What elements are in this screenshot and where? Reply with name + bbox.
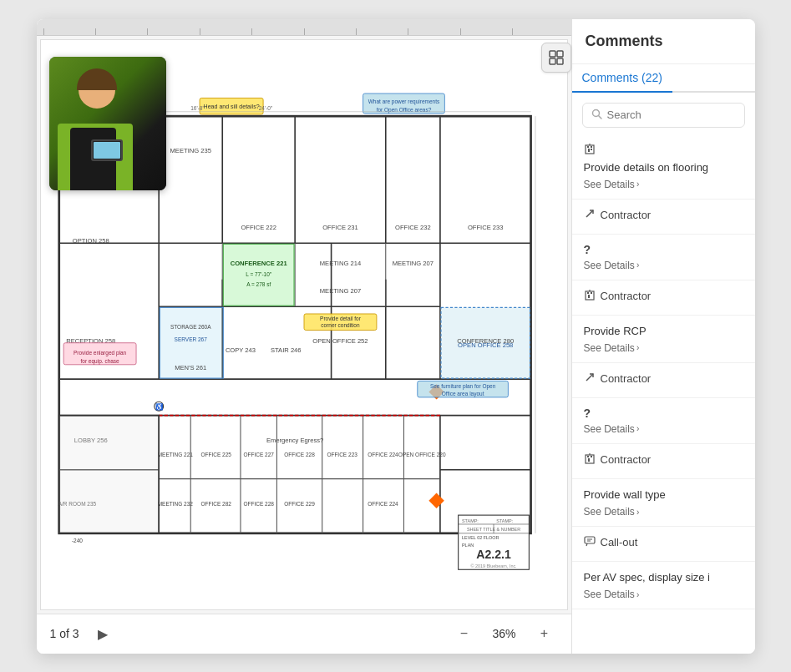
ruler-mark-2 — [95, 28, 147, 35]
svg-text:OFFICE 228: OFFICE 228 — [284, 451, 315, 457]
svg-text:♿: ♿ — [155, 402, 163, 411]
panel-title: Comments — [586, 33, 742, 50]
svg-text:24'-0": 24'-0" — [258, 104, 272, 110]
svg-text:OPEN OFFICE 252: OPEN OFFICE 252 — [312, 336, 368, 344]
svg-rect-106 — [557, 51, 563, 57]
comment-author-label: Call-out — [601, 536, 638, 548]
svg-text:See furniture plan for Open: See furniture plan for Open — [429, 383, 495, 390]
ruler-top — [37, 19, 571, 36]
panel-header: Comments — [572, 19, 755, 64]
svg-text:OFFICE 225: OFFICE 225 — [200, 451, 231, 457]
svg-text:A = 278 sf: A = 278 sf — [246, 281, 271, 287]
svg-rect-120 — [587, 292, 589, 294]
see-details-link[interactable]: See Details › — [584, 179, 743, 190]
ruler-mark-10 — [512, 28, 564, 35]
see-details-link[interactable]: See Details › — [584, 342, 743, 354]
comment-item: Per AV spec, display size i See Details … — [572, 562, 755, 609]
svg-text:LEVEL 02 FLOOR: LEVEL 02 FLOOR — [462, 535, 499, 540]
svg-text:Provide enlarged plan: Provide enlarged plan — [73, 349, 126, 356]
see-details-link[interactable]: See Details › — [584, 260, 743, 271]
svg-text:OFFICE 224: OFFICE 224 — [368, 501, 398, 507]
building-icon — [584, 289, 596, 303]
svg-text:What are power requirements: What are power requirements — [368, 98, 439, 104]
chevron-right-icon: › — [636, 260, 639, 270]
comment-item: Contractor — [572, 444, 755, 479]
building-icon — [584, 452, 596, 467]
see-details-link[interactable]: See Details › — [584, 423, 743, 435]
svg-text:16'-8": 16'-8" — [190, 104, 205, 110]
svg-text:OFFICE 229: OFFICE 229 — [284, 501, 315, 507]
svg-text:Office area layout: Office area layout — [441, 390, 484, 397]
svg-line-117 — [586, 210, 593, 217]
avatar-overlay — [49, 57, 166, 190]
comments-panel: Comments Comments (22) — [571, 19, 755, 654]
svg-text:corner condition: corner condition — [321, 322, 360, 328]
play-button[interactable]: ▶ — [89, 620, 116, 647]
comment-author-label: Contractor — [601, 209, 652, 221]
chevron-right-icon: › — [636, 424, 639, 433]
svg-rect-121 — [591, 292, 592, 294]
svg-text:A2.2.1: A2.2.1 — [476, 548, 511, 561]
search-input[interactable] — [607, 109, 736, 121]
page-indicator: 1 of 3 — [50, 627, 79, 640]
svg-text:OFFICE 222: OFFICE 222 — [241, 223, 276, 230]
main-container: CONFERENCE 221 L = 77'-10" A = 278 sf OP… — [37, 19, 755, 654]
see-details-link[interactable]: See Details › — [584, 506, 743, 518]
comment-item: Contractor — [572, 200, 755, 235]
svg-text:MEETING 207: MEETING 207 — [319, 286, 360, 294]
comment-author-row: Contractor — [584, 452, 743, 467]
svg-text:SHEET TITLE & NUMBER: SHEET TITLE & NUMBER — [466, 526, 520, 531]
blueprint-wrapper[interactable]: CONFERENCE 221 L = 77'-10" A = 278 sf OP… — [40, 39, 568, 610]
building-icon — [584, 143, 596, 157]
svg-rect-108 — [557, 58, 563, 64]
svg-text:Emergency Egress?: Emergency Egress? — [266, 437, 322, 444]
comment-author-row: Contractor — [584, 208, 743, 222]
blueprint-canvas: CONFERENCE 221 L = 77'-10" A = 278 sf OP… — [41, 40, 567, 609]
comment-item: Provide wall type See Details › — [572, 479, 755, 527]
comment-author-label: Contractor — [601, 290, 652, 302]
play-icon: ▶ — [98, 626, 108, 642]
toggle-view-button[interactable] — [541, 43, 571, 73]
comment-text: Provide wall type — [584, 488, 743, 503]
ruler-mark-5 — [251, 28, 303, 35]
comment-text: Provide RCP — [584, 324, 743, 339]
comment-author-row: Contractor — [584, 371, 743, 386]
search-box[interactable] — [582, 103, 745, 128]
blueprint-area: CONFERENCE 221 L = 77'-10" A = 278 sf OP… — [37, 19, 571, 654]
svg-text:MEETING 235: MEETING 235 — [170, 146, 210, 154]
ruler-mark-8 — [408, 28, 459, 35]
tab-comments[interactable]: Comments (22) — [572, 64, 672, 93]
comment-item: Provide RCP See Details › — [572, 316, 755, 363]
zoom-level: 36% — [488, 627, 521, 640]
ruler-mark-9 — [460, 28, 512, 35]
comment-author-label: Contractor — [601, 372, 652, 385]
svg-line-110 — [598, 115, 601, 119]
svg-text:© 2019 Bluebeam, Inc.: © 2019 Bluebeam, Inc. — [470, 563, 517, 568]
zoom-in-button[interactable]: + — [531, 620, 558, 647]
svg-text:for Open Office areas?: for Open Office areas? — [376, 106, 431, 113]
svg-text:STAMP:: STAMP: — [496, 518, 513, 523]
ruler-mark-6 — [304, 28, 356, 35]
arrow-diagonal-icon — [584, 208, 596, 222]
comments-list: Provide details on flooring See Details … — [572, 134, 755, 654]
svg-line-123 — [586, 374, 593, 381]
svg-text:MEETING 221: MEETING 221 — [157, 451, 193, 457]
svg-text:Provide detail for: Provide detail for — [320, 315, 362, 321]
see-details-link[interactable]: See Details › — [584, 589, 743, 600]
svg-rect-127 — [591, 456, 592, 457]
chevron-right-icon: › — [636, 590, 639, 599]
svg-text:MEETING 232: MEETING 232 — [157, 501, 193, 507]
svg-text:OFFICE 228: OFFICE 228 — [243, 501, 274, 507]
svg-rect-129 — [585, 537, 595, 543]
svg-rect-112 — [588, 149, 590, 152]
svg-text:-240: -240 — [71, 537, 82, 543]
svg-text:MEETING 207: MEETING 207 — [392, 260, 433, 267]
zoom-out-button[interactable]: − — [451, 620, 478, 647]
svg-text:STAIR 246: STAIR 246 — [270, 346, 301, 353]
grid-icon — [548, 49, 565, 66]
svg-text:OFFICE 282: OFFICE 282 — [200, 501, 231, 507]
comment-item: Contractor — [572, 363, 755, 398]
comment-author-row: Contractor — [584, 289, 743, 303]
svg-rect-115 — [591, 146, 592, 148]
svg-text:OFFICE 227: OFFICE 227 — [243, 451, 274, 457]
